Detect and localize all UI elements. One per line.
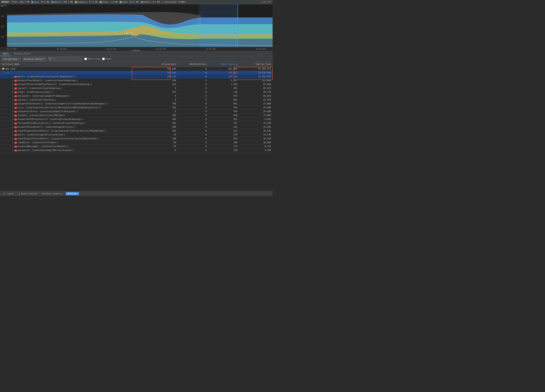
- table-row[interactable]: ▶mloop() (Landroid/os/Looper;) 433 0 718…: [0, 90, 272, 94]
- cell-alloc: 165: [147, 129, 178, 133]
- col-header-alloc[interactable]: Allocations: [147, 62, 178, 67]
- table-row[interactable]: ▶monLayout() (Landroid/widget/RelativeLa…: [0, 148, 272, 152]
- table-row[interactable]: ▶mdispatchGetDisplayList() (Landroid/vie…: [0, 117, 272, 121]
- expand-icon[interactable]: ▼: [0, 68, 2, 70]
- table-row[interactable]: ▶msuperDispatchTouchEvent() (Lcom/androi…: [0, 129, 272, 133]
- heap-select-button[interactable]: View app heap ▼: [1, 57, 21, 61]
- cell-total: 679: [208, 94, 239, 98]
- expand-icon[interactable]: ▶: [12, 107, 14, 109]
- expand-icon[interactable]: ▶: [12, 114, 14, 116]
- expand-icon[interactable]: ▶: [12, 91, 14, 93]
- method-icon: m: [14, 122, 17, 124]
- col-header-total[interactable]: Total Count ▲: [208, 62, 239, 67]
- expand-icon[interactable]: ▶: [12, 80, 14, 81]
- table-row[interactable]: ▶mdispatchMessage() (Landroid/os/Handler…: [0, 144, 272, 148]
- table-row[interactable]: ▶mmain() (Landroid/app/ActivityThread;) …: [0, 133, 272, 137]
- table-row[interactable]: ▶mlayout() (Landroid/view/View;) 0 0 663…: [0, 98, 272, 102]
- tab-table[interactable]: Table: [0, 52, 11, 56]
- expand-icon[interactable]: ▶: [12, 126, 14, 128]
- main-layout: MEMORY Total: 494.7 MB Java: 29.3 MB Nat…: [0, 0, 272, 196]
- table-row[interactable]: ▼▶ 144,146 0 170,363 13,175,593: [0, 71, 272, 75]
- time-label-5: 05:50.000: [256, 48, 266, 50]
- table-row[interactable]: ▶monLayout() (Landroid/widget/FrameLayou…: [0, 94, 272, 98]
- expand-icon[interactable]: ▼: [6, 72, 8, 74]
- bottom-tab-db[interactable]: Database Inspector: [40, 192, 65, 195]
- table-row[interactable]: ▼📁app heap 162,848 0 381,991 25,165,411: [0, 67, 272, 71]
- expand-icon[interactable]: ▶: [12, 130, 14, 132]
- expand-icon[interactable]: ▶: [12, 87, 14, 89]
- cell-alloc: 140,439: [147, 75, 178, 78]
- expand-icon[interactable]: ▶: [12, 103, 14, 105]
- table-row[interactable]: ▶mrun() (Lcom/android/internal/os/Runtim…: [0, 106, 272, 109]
- method-icon: m: [14, 76, 17, 78]
- others-color-dot: [141, 1, 143, 3]
- expand-icon[interactable]: ▶: [12, 122, 14, 124]
- cell-name: ▶mlayout() (Landroid/view/View;): [0, 98, 147, 102]
- table-row[interactable]: ▶mdispatchTouchEvent() (Landroid/view/Vi…: [0, 78, 272, 82]
- cell-shallow: 17,880: [239, 113, 272, 117]
- cell-name: ▶mloopOnce() (Landroid/os/Looper;): [0, 140, 147, 144]
- cell-dealloc: 0: [178, 75, 208, 78]
- bottom-tab-logcat[interactable]: 6: Logcat: [1, 192, 16, 195]
- cell-name: ▼📁app heap: [0, 67, 147, 71]
- table-row[interactable]: ▶mloopOnce() (Landroid/os/Looper;) 56 0 …: [0, 140, 272, 144]
- code-legend: Code: 113.7 MB: [120, 1, 138, 3]
- arrange-select-button[interactable]: Arrange by callstack ▼: [22, 57, 47, 61]
- expand-icon[interactable]: ▶: [12, 76, 14, 78]
- cell-shallow: 23,808: [239, 102, 272, 106]
- expand-icon[interactable]: ▶: [12, 99, 14, 101]
- table-row[interactable]: ▶minvoke() (Ljava/lang/reflect/Method;) …: [0, 113, 272, 117]
- cell-alloc: 433: [147, 90, 178, 94]
- memory-chart[interactable]: 512 384 256 128: [0, 4, 272, 47]
- col-header-callstack[interactable]: Callstack Name: [0, 62, 147, 67]
- expand-icon[interactable]: ▶: [12, 138, 14, 140]
- expand-icon[interactable]: ▶: [12, 111, 14, 112]
- search-box: 🔍: [48, 57, 83, 61]
- regex-label[interactable]: Regex: [102, 58, 112, 60]
- cell-alloc: 382: [147, 121, 178, 125]
- time-label-4: 05:45.000: [206, 48, 216, 50]
- expand-icon[interactable]: ▶: [12, 83, 14, 85]
- expand-icon[interactable]: ▶: [12, 142, 14, 143]
- cell-alloc: 180: [147, 125, 178, 129]
- table-row[interactable]: ▶msuperDispatchTouchEvent() (Landroid/in…: [0, 137, 272, 140]
- table-row[interactable]: ▶mmain() (Lcom/android/internal/os/Zygot…: [0, 75, 272, 78]
- cell-name: ▶mrecreateChildDisplayList() (Landroid/v…: [0, 121, 147, 125]
- cell-shallow: 14,376: [239, 133, 272, 137]
- table-row[interactable]: ▶mlayout() (Landroid/view/ViewGroup;) 0 …: [0, 86, 272, 90]
- table-row[interactable]: ▶mrecreateChildDisplayList() (Landroid/v…: [0, 121, 272, 125]
- cell-alloc: 56: [147, 144, 178, 148]
- table-row[interactable]: ▶mdispatchTouchEvent() (Landroid/app/Act…: [0, 125, 272, 129]
- expand-icon[interactable]: ▶: [12, 145, 14, 147]
- col-header-dealloc[interactable]: Deallocations: [178, 62, 208, 67]
- cell-dealloc: 0: [178, 129, 208, 133]
- tab-visualization[interactable]: Visualization: [11, 52, 32, 56]
- match-case-label[interactable]: Match Case: [84, 58, 100, 60]
- cell-dealloc: 0: [178, 71, 208, 75]
- memory-header: MEMORY Total: 494.7 MB Java: 29.3 MB Nat…: [0, 0, 272, 4]
- col-header-shallow[interactable]: Shallow Size: [239, 62, 272, 67]
- table-row[interactable]: ▶mdispatchTouchEvent() (Landroid/support…: [0, 102, 272, 106]
- expand-icon[interactable]: ▶: [12, 95, 14, 97]
- search-input[interactable]: [52, 58, 81, 60]
- bottom-tab-blaze[interactable]: ▲ Blaze Problems: [17, 192, 39, 195]
- svg-text:🗑: 🗑: [131, 32, 133, 34]
- table-area: Callstack Name Allocations Deallocations…: [0, 62, 272, 191]
- expand-icon[interactable]: ▶: [12, 149, 14, 151]
- expand-icon[interactable]: ▶: [12, 134, 14, 136]
- cell-dealloc: 0: [178, 125, 208, 129]
- bottom-tab-profiler[interactable]: Profiler: [66, 192, 79, 195]
- code-color-dot: [120, 1, 122, 3]
- expand-icon[interactable]: ▶: [12, 118, 14, 120]
- table-container[interactable]: Callstack Name Allocations Deallocations…: [0, 62, 272, 152]
- match-case-checkbox[interactable]: [84, 58, 87, 60]
- memory-title: MEMORY: [1, 1, 9, 3]
- method-icon: m: [14, 146, 17, 148]
- timeline-scrubber[interactable]: [132, 50, 140, 51]
- table-row[interactable]: ▶mdispatchTransformedTouchEvent() (Landr…: [0, 82, 272, 86]
- regex-checkbox[interactable]: [102, 58, 105, 60]
- table-row[interactable]: ▶mlayoutChildren() (Landroid/widget/Fram…: [0, 109, 272, 113]
- allocated-legend: Allocated: 476882: [162, 1, 186, 3]
- tab-bar: Table Visualization: [0, 51, 272, 56]
- cell-name: ▶monLayout() (Landroid/widget/FrameLayou…: [0, 94, 147, 98]
